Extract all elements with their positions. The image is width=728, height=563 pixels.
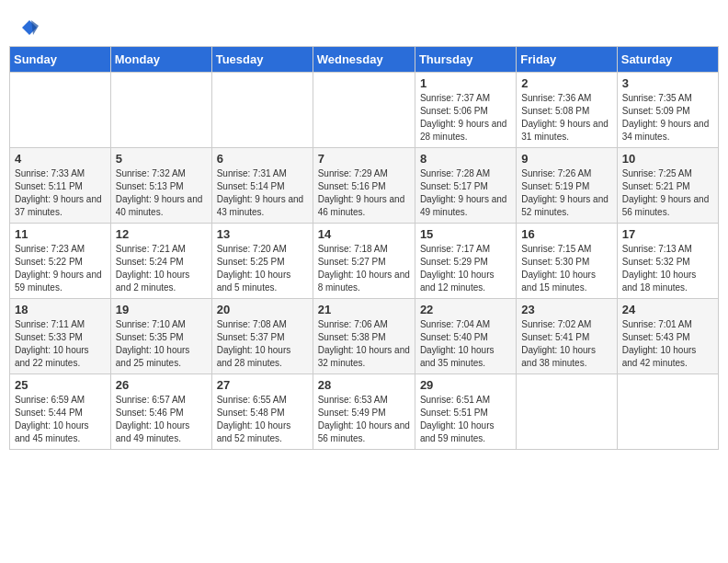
day-info: Sunrise: 7:13 AM Sunset: 5:32 PM Dayligh… (622, 243, 713, 294)
calendar-cell: 21Sunrise: 7:06 AM Sunset: 5:38 PM Dayli… (313, 299, 415, 374)
day-number: 6 (217, 152, 308, 166)
calendar-cell: 7Sunrise: 7:29 AM Sunset: 5:16 PM Daylig… (313, 148, 415, 224)
day-info: Sunrise: 7:10 AM Sunset: 5:35 PM Dayligh… (116, 318, 207, 370)
day-info: Sunrise: 6:53 AM Sunset: 5:49 PM Dayligh… (318, 394, 410, 445)
logo (18, 18, 39, 37)
day-number: 11 (15, 227, 106, 241)
day-info: Sunrise: 7:06 AM Sunset: 5:38 PM Dayligh… (318, 318, 410, 370)
calendar-cell: 29Sunrise: 6:51 AM Sunset: 5:51 PM Dayli… (415, 374, 516, 450)
calendar-cell: 3Sunrise: 7:35 AM Sunset: 5:09 PM Daylig… (617, 73, 718, 148)
calendar-cell: 25Sunrise: 6:59 AM Sunset: 5:44 PM Dayli… (10, 374, 111, 450)
weekday-header-friday: Friday (517, 47, 617, 73)
day-info: Sunrise: 7:04 AM Sunset: 5:40 PM Dayligh… (420, 318, 511, 370)
calendar-cell (517, 374, 617, 450)
day-info: Sunrise: 6:59 AM Sunset: 5:44 PM Dayligh… (15, 394, 106, 445)
day-info: Sunrise: 7:01 AM Sunset: 5:43 PM Dayligh… (622, 318, 713, 370)
day-number: 3 (622, 76, 713, 90)
calendar-week-row: 25Sunrise: 6:59 AM Sunset: 5:44 PM Dayli… (10, 374, 719, 450)
day-info: Sunrise: 7:29 AM Sunset: 5:16 PM Dayligh… (318, 167, 410, 219)
calendar-cell: 19Sunrise: 7:10 AM Sunset: 5:35 PM Dayli… (110, 299, 211, 374)
weekday-header-saturday: Saturday (617, 47, 718, 73)
day-info: Sunrise: 6:51 AM Sunset: 5:51 PM Dayligh… (420, 394, 511, 445)
day-info: Sunrise: 6:57 AM Sunset: 5:46 PM Dayligh… (116, 394, 207, 445)
calendar-cell: 18Sunrise: 7:11 AM Sunset: 5:33 PM Dayli… (10, 299, 111, 374)
calendar-week-row: 4Sunrise: 7:33 AM Sunset: 5:11 PM Daylig… (10, 148, 719, 224)
day-info: Sunrise: 7:36 AM Sunset: 5:08 PM Dayligh… (521, 92, 611, 144)
day-info: Sunrise: 7:31 AM Sunset: 5:14 PM Dayligh… (217, 167, 308, 219)
day-number: 25 (15, 378, 106, 392)
calendar-week-row: 1Sunrise: 7:37 AM Sunset: 5:06 PM Daylig… (10, 73, 719, 148)
weekday-header-row: SundayMondayTuesdayWednesdayThursdayFrid… (10, 47, 719, 73)
calendar-cell: 17Sunrise: 7:13 AM Sunset: 5:32 PM Dayli… (617, 224, 718, 299)
weekday-header-thursday: Thursday (415, 47, 516, 73)
calendar-cell: 1Sunrise: 7:37 AM Sunset: 5:06 PM Daylig… (415, 73, 516, 148)
calendar-cell: 4Sunrise: 7:33 AM Sunset: 5:11 PM Daylig… (10, 148, 111, 224)
calendar-cell (10, 73, 111, 148)
calendar-cell (211, 73, 313, 148)
day-info: Sunrise: 7:26 AM Sunset: 5:19 PM Dayligh… (521, 167, 611, 219)
day-info: Sunrise: 7:35 AM Sunset: 5:09 PM Dayligh… (622, 92, 713, 144)
calendar-cell: 20Sunrise: 7:08 AM Sunset: 5:37 PM Dayli… (211, 299, 313, 374)
day-info: Sunrise: 7:20 AM Sunset: 5:25 PM Dayligh… (217, 243, 308, 294)
calendar-cell: 6Sunrise: 7:31 AM Sunset: 5:14 PM Daylig… (211, 148, 313, 224)
day-number: 24 (622, 303, 713, 316)
calendar-cell: 12Sunrise: 7:21 AM Sunset: 5:24 PM Dayli… (110, 224, 211, 299)
day-info: Sunrise: 7:28 AM Sunset: 5:17 PM Dayligh… (420, 167, 511, 219)
calendar-cell: 13Sunrise: 7:20 AM Sunset: 5:25 PM Dayli… (211, 224, 313, 299)
day-info: Sunrise: 7:21 AM Sunset: 5:24 PM Dayligh… (116, 243, 207, 294)
calendar-cell: 8Sunrise: 7:28 AM Sunset: 5:17 PM Daylig… (415, 148, 516, 224)
day-number: 19 (116, 303, 207, 316)
day-info: Sunrise: 7:37 AM Sunset: 5:06 PM Dayligh… (420, 92, 511, 144)
day-info: Sunrise: 7:33 AM Sunset: 5:11 PM Dayligh… (15, 167, 106, 219)
header (9, 9, 719, 41)
calendar-cell: 11Sunrise: 7:23 AM Sunset: 5:22 PM Dayli… (10, 224, 111, 299)
calendar-week-row: 11Sunrise: 7:23 AM Sunset: 5:22 PM Dayli… (10, 224, 719, 299)
calendar-cell: 28Sunrise: 6:53 AM Sunset: 5:49 PM Dayli… (313, 374, 415, 450)
calendar-cell: 27Sunrise: 6:55 AM Sunset: 5:48 PM Dayli… (211, 374, 313, 450)
day-number: 2 (521, 76, 611, 90)
day-number: 12 (116, 227, 207, 241)
day-number: 17 (622, 227, 713, 241)
day-number: 29 (420, 378, 511, 392)
calendar-body: 1Sunrise: 7:37 AM Sunset: 5:06 PM Daylig… (10, 73, 719, 450)
calendar-cell: 9Sunrise: 7:26 AM Sunset: 5:19 PM Daylig… (517, 148, 617, 224)
day-number: 21 (318, 303, 410, 316)
day-number: 20 (217, 303, 308, 316)
calendar-cell: 24Sunrise: 7:01 AM Sunset: 5:43 PM Dayli… (617, 299, 718, 374)
day-info: Sunrise: 7:11 AM Sunset: 5:33 PM Dayligh… (15, 318, 106, 370)
calendar-cell: 14Sunrise: 7:18 AM Sunset: 5:27 PM Dayli… (313, 224, 415, 299)
day-number: 4 (15, 152, 106, 166)
day-number: 23 (521, 303, 611, 316)
day-number: 27 (217, 378, 308, 392)
day-number: 8 (420, 152, 511, 166)
day-info: Sunrise: 7:25 AM Sunset: 5:21 PM Dayligh… (622, 167, 713, 219)
day-number: 1 (420, 76, 511, 90)
weekday-header-monday: Monday (110, 47, 211, 73)
weekday-header-tuesday: Tuesday (211, 47, 313, 73)
day-info: Sunrise: 6:55 AM Sunset: 5:48 PM Dayligh… (217, 394, 308, 445)
weekday-header-wednesday: Wednesday (313, 47, 415, 73)
day-number: 18 (15, 303, 106, 316)
calendar-cell (617, 374, 718, 450)
calendar-table: SundayMondayTuesdayWednesdayThursdayFrid… (9, 46, 719, 450)
day-number: 26 (116, 378, 207, 392)
day-number: 7 (318, 152, 410, 166)
day-number: 9 (521, 152, 611, 166)
day-info: Sunrise: 7:17 AM Sunset: 5:29 PM Dayligh… (420, 243, 511, 294)
day-info: Sunrise: 7:08 AM Sunset: 5:37 PM Dayligh… (217, 318, 308, 370)
calendar-cell (313, 73, 415, 148)
day-info: Sunrise: 7:15 AM Sunset: 5:30 PM Dayligh… (521, 243, 611, 294)
calendar-header: SundayMondayTuesdayWednesdayThursdayFrid… (10, 47, 719, 73)
calendar-cell: 2Sunrise: 7:36 AM Sunset: 5:08 PM Daylig… (517, 73, 617, 148)
day-number: 10 (622, 152, 713, 166)
day-number: 14 (318, 227, 410, 241)
day-info: Sunrise: 7:02 AM Sunset: 5:41 PM Dayligh… (521, 318, 611, 370)
calendar-cell: 26Sunrise: 6:57 AM Sunset: 5:46 PM Dayli… (110, 374, 211, 450)
day-number: 16 (521, 227, 611, 241)
calendar-cell: 16Sunrise: 7:15 AM Sunset: 5:30 PM Dayli… (517, 224, 617, 299)
calendar-cell: 22Sunrise: 7:04 AM Sunset: 5:40 PM Dayli… (415, 299, 516, 374)
day-number: 15 (420, 227, 511, 241)
day-info: Sunrise: 7:23 AM Sunset: 5:22 PM Dayligh… (15, 243, 106, 294)
day-info: Sunrise: 7:18 AM Sunset: 5:27 PM Dayligh… (318, 243, 410, 294)
calendar-cell: 23Sunrise: 7:02 AM Sunset: 5:41 PM Dayli… (517, 299, 617, 374)
